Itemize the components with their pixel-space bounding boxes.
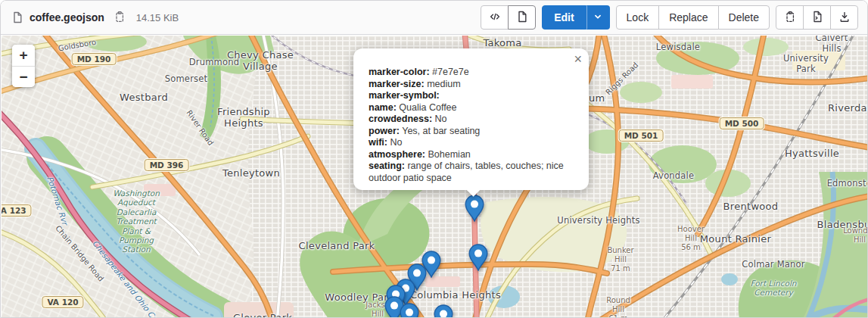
- file-viewer: coffee.geojson 14.15 KiB: [0, 0, 868, 318]
- property-key: seating:: [369, 161, 405, 171]
- map-marker[interactable]: [468, 244, 488, 271]
- zoom-control: + −: [12, 45, 35, 87]
- copy-file-path-button[interactable]: [112, 9, 127, 26]
- map-marker[interactable]: [400, 303, 419, 318]
- popup-property-row: atmosphere: Bohemian: [369, 149, 574, 161]
- property-key: marker-color:: [369, 67, 430, 77]
- popup-property-row: marker-size: medium: [369, 79, 574, 91]
- property-key: marker-symbol:: [369, 90, 440, 101]
- replace-button[interactable]: Replace: [658, 5, 718, 30]
- popup-property-row: crowdedness: No: [369, 114, 574, 126]
- code-view-icon: [489, 11, 501, 25]
- file-header: coffee.geojson 14.15 KiB: [1, 1, 867, 35]
- copy-file-path-icon: [114, 11, 126, 25]
- geojson-map[interactable]: TakomaGoldsboroDrummondChevy Chase Villa…: [2, 36, 868, 318]
- map-marker[interactable]: [465, 195, 484, 222]
- copy-contents-icon: [784, 11, 796, 25]
- popup-property-row: marker-symbol:: [369, 90, 574, 102]
- file-utility-group: [776, 5, 858, 30]
- file-action-group: Lock Replace Delete: [616, 5, 770, 30]
- code-view-button[interactable]: [481, 5, 509, 30]
- property-key: atmosphere:: [369, 149, 425, 160]
- edit-button[interactable]: Edit: [542, 5, 586, 30]
- zoom-out-button[interactable]: −: [12, 66, 35, 87]
- lock-button[interactable]: Lock: [616, 5, 660, 30]
- popup-property-row: name: Qualia Coffee: [369, 102, 574, 114]
- chevron-down-icon: [593, 11, 603, 24]
- open-raw-icon: [811, 11, 823, 25]
- edit-split-button: Edit: [542, 5, 609, 30]
- map-marker[interactable]: [434, 304, 453, 318]
- property-key: name:: [369, 102, 397, 113]
- property-key: crowdedness:: [369, 114, 432, 124]
- file-icon: [11, 11, 23, 23]
- view-toggle-group: [481, 5, 536, 30]
- copy-contents-button[interactable]: [776, 5, 804, 30]
- property-key: wifi:: [369, 137, 387, 148]
- popup-property-row: marker-color: #7e7e7e: [369, 67, 574, 79]
- download-button[interactable]: [830, 5, 858, 30]
- rendered-view-icon: [516, 11, 528, 25]
- edit-dropdown-button[interactable]: [586, 5, 610, 30]
- property-key: power:: [369, 126, 400, 136]
- popup-close-button[interactable]: ×: [574, 52, 582, 66]
- file-name: coffee.geojson: [30, 11, 104, 23]
- open-raw-button[interactable]: [803, 5, 831, 30]
- popup-property-row: seating: range of chairs, tables, couche…: [369, 161, 574, 184]
- popup-properties: marker-color: #7e7e7emarker-size: medium…: [369, 67, 574, 184]
- download-icon: [838, 11, 851, 25]
- property-key: marker-size:: [369, 79, 425, 89]
- zoom-in-button[interactable]: +: [12, 45, 35, 66]
- popup-property-row: power: Yes, at bar seating: [369, 126, 574, 138]
- rendered-view-button[interactable]: [508, 5, 536, 30]
- popup-property-row: wifi: No: [369, 137, 574, 149]
- header-actions: Edit Lock Replace Delete: [481, 5, 858, 30]
- delete-button[interactable]: Delete: [718, 5, 770, 30]
- file-size: 14.15 KiB: [136, 12, 179, 23]
- map-popup: × marker-color: #7e7e7emarker-size: medi…: [353, 48, 589, 190]
